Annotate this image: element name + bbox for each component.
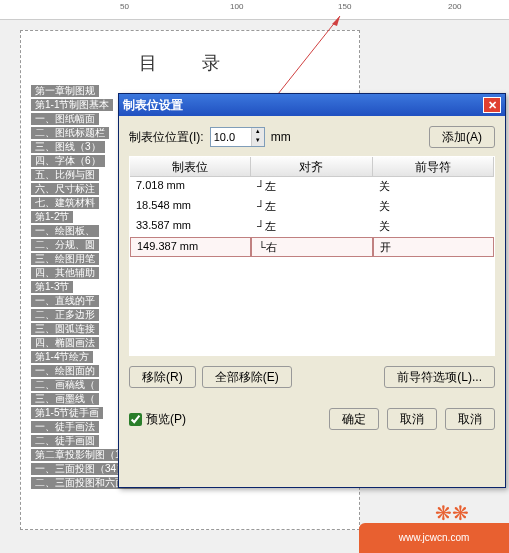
col-header-align[interactable]: 对齐 [251,157,372,176]
col-header-leader[interactable]: 前导符 [373,157,494,176]
watermark: www.jcwcn.com [359,523,509,553]
tab-position-spinner[interactable]: ▲ ▼ [210,127,265,147]
close-button[interactable]: ✕ [483,97,501,113]
preview-checkbox-wrap[interactable]: 预览(P) [129,411,186,428]
spin-down-icon[interactable]: ▼ [251,137,264,146]
preview-label: 预览(P) [146,411,186,428]
dialog-title: 制表位设置 [123,97,483,114]
table-row[interactable]: 33.587 mm┘左关 [130,217,494,237]
unit-label: mm [271,130,291,144]
ok-button[interactable]: 确定 [329,408,379,430]
tab-position-label: 制表位位置(I): [129,129,204,146]
tab-settings-dialog: 制表位设置 ✕ 制表位位置(I): ▲ ▼ mm 添加(A) 制表位 对齐 前导… [118,93,506,488]
dialog-titlebar[interactable]: 制表位设置 ✕ [119,94,505,116]
table-row[interactable]: 7.018 mm┘左关 [130,177,494,197]
add-button[interactable]: 添加(A) [429,126,495,148]
horizontal-ruler: 50 100 150 200 [0,0,509,20]
cancel-button[interactable]: 取消 [387,408,437,430]
leader-options-button[interactable]: 前导符选项(L)... [384,366,495,388]
tab-stops-body: 7.018 mm┘左关18.548 mm┘左关33.587 mm┘左关149.3… [130,177,494,355]
spin-up-icon[interactable]: ▲ [251,128,264,137]
table-row[interactable]: 18.548 mm┘左关 [130,197,494,217]
remove-button[interactable]: 移除(R) [129,366,196,388]
logo-icon: ❋❋ [435,501,469,525]
table-row[interactable]: 149.387 mm└右开 [130,237,494,257]
col-header-position[interactable]: 制表位 [130,157,251,176]
tab-position-input[interactable] [211,128,251,146]
doc-title: 目 录 [31,51,349,75]
remove-all-button[interactable]: 全部移除(E) [202,366,292,388]
preview-checkbox[interactable] [129,413,142,426]
cancel2-button[interactable]: 取消 [445,408,495,430]
tab-stops-table: 制表位 对齐 前导符 7.018 mm┘左关18.548 mm┘左关33.587… [129,156,495,356]
